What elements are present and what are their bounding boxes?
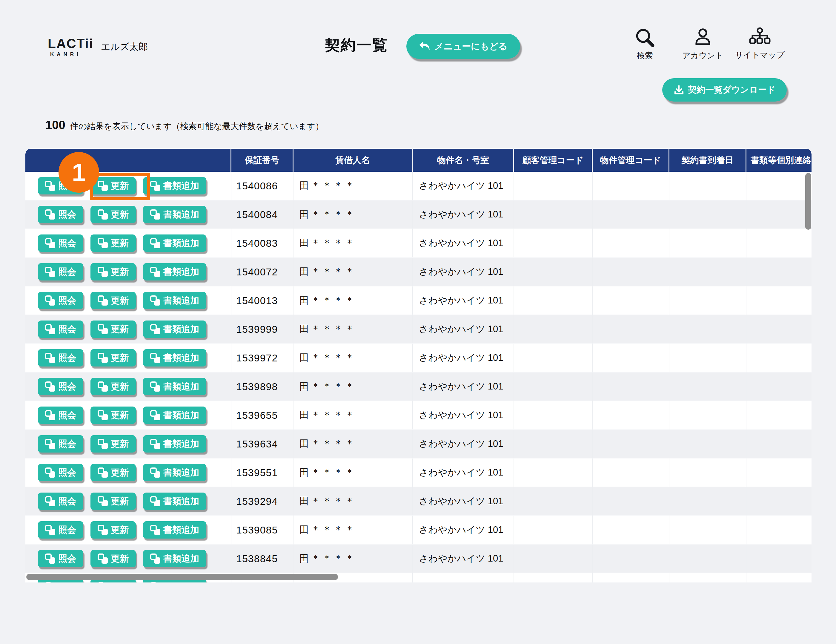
property-name-cell: さわやかハイツ 101	[413, 344, 514, 373]
nav-sitemap-label: サイトマップ	[735, 50, 785, 60]
guarantee-number-cell: 1540083	[231, 229, 294, 258]
individual-docs-cell	[746, 430, 812, 459]
add-documents-button[interactable]: 書類追加	[143, 263, 206, 281]
update-label: 更新	[111, 467, 129, 479]
update-button[interactable]: 更新	[90, 521, 136, 539]
add-documents-button[interactable]: 書類追加	[143, 234, 206, 252]
property-code-cell	[593, 229, 669, 258]
contract-arrival-cell	[669, 487, 746, 516]
document-icon	[98, 410, 108, 420]
add-documents-button[interactable]: 書類追加	[143, 492, 206, 510]
add-documents-button[interactable]: 書類追加	[143, 550, 206, 567]
column-property-room: 物件名・号室	[413, 149, 514, 172]
tenant-name-cell: 田＊＊＊＊	[294, 487, 413, 516]
sitemap-icon	[749, 28, 771, 47]
tenant-name-cell: 田＊＊＊＊	[294, 258, 413, 286]
update-button[interactable]: 更新	[90, 206, 136, 223]
tenant-name-cell: 田＊＊＊＊	[294, 544, 413, 573]
add-documents-button[interactable]: 書類追加	[143, 378, 206, 395]
guarantee-number-cell: 1539999	[231, 315, 294, 344]
update-button[interactable]: 更新	[90, 492, 136, 510]
add-documents-button[interactable]: 書類追加	[143, 206, 206, 223]
inquiry-button[interactable]: 照会	[38, 292, 83, 309]
step-badge: 1	[59, 152, 99, 193]
inquiry-button[interactable]: 照会	[38, 349, 83, 366]
inquiry-button[interactable]: 照会	[38, 550, 83, 567]
inquiry-button[interactable]: 照会	[38, 263, 83, 281]
update-button[interactable]: 更新	[90, 263, 136, 281]
inquiry-button[interactable]: 照会	[38, 378, 83, 395]
inquiry-button[interactable]: 照会	[38, 407, 83, 424]
add-documents-button[interactable]: 書類追加	[143, 349, 206, 366]
update-button[interactable]: 更新	[90, 292, 136, 309]
update-button[interactable]: 更新	[90, 320, 136, 338]
update-button[interactable]: 更新	[90, 464, 136, 481]
update-button[interactable]: 更新	[90, 349, 136, 366]
add-documents-button[interactable]: 書類追加	[143, 407, 206, 424]
update-button[interactable]: 更新	[90, 378, 136, 395]
inquiry-button[interactable]: 照会	[38, 521, 83, 539]
table-row: 照会 更新 書類追加 1540013 田＊＊＊＊ さわやかハイツ 101	[25, 286, 812, 315]
individual-docs-cell	[746, 258, 812, 286]
back-to-menu-button[interactable]: メニューにもどる	[407, 34, 520, 59]
document-icon	[45, 209, 55, 219]
document-icon	[45, 324, 55, 334]
add-documents-button[interactable]: 書類追加	[143, 435, 206, 453]
results-count: 100	[46, 118, 65, 132]
customer-code-cell	[514, 401, 593, 430]
contract-arrival-cell	[669, 516, 746, 544]
nav-search[interactable]: 検索	[612, 28, 678, 61]
property-code-cell	[593, 200, 669, 229]
add-documents-button[interactable]: 書類追加	[143, 292, 206, 309]
add-documents-label: 書類追加	[163, 294, 199, 307]
contract-list-download-button[interactable]: 契約一覧ダウンロード	[662, 78, 787, 101]
inquiry-label: 照会	[58, 294, 76, 307]
inquiry-button[interactable]: 照会	[38, 435, 83, 453]
update-label: 更新	[111, 581, 129, 583]
tenant-name-cell: 田＊＊＊＊	[294, 344, 413, 373]
document-icon	[98, 554, 108, 564]
add-documents-label: 書類追加	[163, 237, 199, 249]
nav-sitemap[interactable]: サイトマップ	[727, 28, 793, 60]
update-label: 更新	[111, 266, 129, 278]
contract-arrival-cell	[669, 258, 746, 286]
customer-code-cell	[514, 344, 593, 373]
back-to-menu-label: メニューにもどる	[434, 40, 508, 52]
add-documents-label: 書類追加	[163, 467, 199, 479]
inquiry-label: 照会	[58, 552, 76, 565]
inquiry-button[interactable]: 照会	[38, 492, 83, 510]
property-name-cell: さわやかハイツ 101	[413, 315, 514, 344]
property-name-cell: さわやかハイツ 101	[413, 229, 514, 258]
individual-docs-cell	[746, 344, 812, 373]
add-documents-button[interactable]: 書類追加	[143, 464, 206, 481]
update-button[interactable]: 更新	[90, 407, 136, 424]
add-documents-button[interactable]: 書類追加	[143, 320, 206, 338]
property-name-cell	[413, 573, 514, 582]
nav-account[interactable]: アカウント	[670, 28, 736, 61]
update-button[interactable]: 更新	[90, 435, 136, 453]
contract-arrival-cell	[669, 315, 746, 344]
inquiry-button[interactable]: 照会	[38, 320, 83, 338]
individual-docs-cell	[746, 200, 812, 229]
vertical-scrollbar-thumb[interactable]	[805, 173, 811, 230]
add-documents-label: 書類追加	[163, 266, 199, 278]
table-row: 照会 更新 書類追加 1539898 田＊＊＊＊ さわやかハイツ 101	[25, 373, 812, 401]
add-documents-button[interactable]: 書類追加	[143, 521, 206, 539]
tenant-name-cell: 田＊＊＊＊	[294, 459, 413, 487]
horizontal-scrollbar-thumb[interactable]	[26, 574, 338, 580]
inquiry-button[interactable]: 照会	[38, 464, 83, 481]
tenant-name-cell: 田＊＊＊＊	[294, 401, 413, 430]
inquiry-button[interactable]: 照会	[38, 206, 83, 223]
property-name-cell: さわやかハイツ 101	[413, 373, 514, 401]
document-icon	[98, 209, 108, 219]
document-icon	[98, 467, 108, 477]
property-name-cell: さわやかハイツ 101	[413, 286, 514, 315]
update-button[interactable]: 更新	[90, 234, 136, 252]
inquiry-button[interactable]: 照会	[38, 234, 83, 252]
add-documents-button[interactable]: 書類追加	[143, 177, 206, 195]
inquiry-label: 照会	[58, 323, 76, 335]
update-button[interactable]: 更新	[90, 550, 136, 567]
contract-arrival-cell	[669, 344, 746, 373]
document-icon	[98, 381, 108, 392]
results-message: 件の結果を表示しています（検索可能な最大件数を超えています）	[70, 121, 324, 132]
